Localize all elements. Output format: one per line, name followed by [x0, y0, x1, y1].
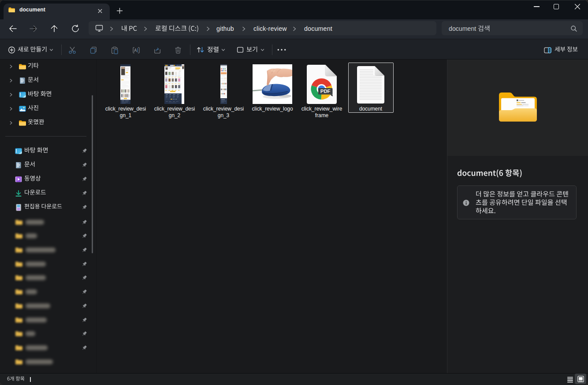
svg-text:PDF: PDF [320, 89, 331, 94]
